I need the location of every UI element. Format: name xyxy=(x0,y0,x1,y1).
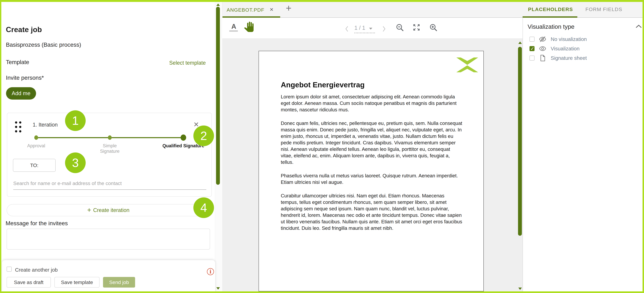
info-icon[interactable]: i xyxy=(207,268,214,275)
visualization-checkbox[interactable] xyxy=(530,46,534,51)
chevron-up-icon[interactable] xyxy=(636,24,642,29)
left-panel-scrollbar-thumb[interactable] xyxy=(216,7,220,185)
option-signature-sheet[interactable]: Signature sheet xyxy=(528,54,636,62)
create-another-job-checkbox[interactable] xyxy=(6,267,12,272)
annotation-badge-4: 4 xyxy=(194,197,214,218)
create-iteration-label: Create iteration xyxy=(93,207,129,213)
to-button[interactable]: TO: xyxy=(13,159,56,172)
send-job-button[interactable]: Send job xyxy=(103,277,135,287)
hand-pan-tool-icon[interactable] xyxy=(244,21,254,33)
process-name: Basisprozess (Basic process) xyxy=(6,42,81,48)
iteration-title: 1. Iteration xyxy=(33,122,58,128)
tab-placeholders[interactable]: PLACEHOLDERS xyxy=(528,7,573,12)
document-title: Angebot Energievertrag xyxy=(281,81,365,89)
pdf-scroll-down-arrow-icon[interactable] xyxy=(518,287,522,290)
option-visualization[interactable]: Visualization xyxy=(528,45,636,53)
save-as-draft-button[interactable]: Save as draft xyxy=(6,277,51,287)
page-indicator[interactable]: 1 / 1 xyxy=(354,25,365,31)
active-tab-underline xyxy=(222,16,280,18)
step-label-simple-signature: Simple Signature xyxy=(94,143,126,154)
option-no-visualization[interactable]: No visualization xyxy=(528,35,636,43)
zoom-in-icon[interactable] xyxy=(429,23,438,32)
document-paragraph: Phasellus viverra nulla ut metus varius … xyxy=(281,172,462,185)
document-paragraph: Curabitur ullamcorper ultricies nisi. Na… xyxy=(281,192,462,231)
no-visualization-checkbox[interactable] xyxy=(530,37,534,42)
active-tab-underline xyxy=(522,16,577,18)
scroll-down-arrow-icon[interactable] xyxy=(216,287,220,289)
page-slider[interactable] xyxy=(354,32,375,33)
page-dropdown-caret-icon[interactable] xyxy=(369,28,372,30)
annotation-badge-1: 1 xyxy=(65,110,86,131)
annotation-badge-2: 2 xyxy=(194,126,214,146)
plus-icon: + xyxy=(87,206,91,213)
eye-icon xyxy=(539,45,546,52)
pdf-scrollbar-thumb[interactable] xyxy=(518,47,522,236)
document-paragraph: Lorem ipsum dolor sit amet, consectetuer… xyxy=(281,94,462,113)
contact-search-input[interactable] xyxy=(13,177,206,190)
fullscreen-expand-icon[interactable] xyxy=(412,23,420,32)
scroll-up-arrow-icon[interactable] xyxy=(216,4,220,6)
create-another-job-label: Create another job xyxy=(15,267,58,273)
step-dot-qualified-signature[interactable] xyxy=(180,135,186,141)
tab-form-fields[interactable]: FORM FIELDS xyxy=(586,7,622,12)
create-iteration-button[interactable]: + Create iteration xyxy=(6,204,210,216)
option-label: Visualization xyxy=(551,46,580,52)
signature-sheet-checkbox[interactable] xyxy=(530,56,534,61)
message-textarea[interactable] xyxy=(6,229,210,249)
text-tool-underline xyxy=(229,30,238,32)
option-label: No visualization xyxy=(551,36,587,42)
document-tabstrip xyxy=(222,2,522,18)
invite-persons-label: Invite persons* xyxy=(6,75,44,81)
eye-off-icon xyxy=(539,36,546,43)
company-logo-icon xyxy=(456,58,478,73)
message-label: Message for the invitees xyxy=(6,220,68,226)
zoom-out-icon[interactable] xyxy=(396,23,404,32)
save-template-button[interactable]: Save template xyxy=(54,277,100,287)
step-dot-approval[interactable] xyxy=(34,135,38,140)
text-tool-icon[interactable]: A xyxy=(231,22,236,30)
template-label: Template xyxy=(6,59,29,65)
document-paragraph: Donec quam felis, ultricies nec, pellent… xyxy=(281,120,462,165)
pdf-page: Angebot Energievertrag Lorem ipsum dolor… xyxy=(258,51,484,291)
add-me-button[interactable]: Add me xyxy=(6,87,36,100)
step-dot-simple-signature[interactable] xyxy=(108,135,112,140)
signature-sheet-icon xyxy=(539,54,546,62)
document-body: Lorem ipsum dolor sit amet, consectetuer… xyxy=(281,94,462,238)
next-page-icon[interactable] xyxy=(382,26,386,33)
select-template-link[interactable]: Select template xyxy=(169,60,206,66)
pdf-toolbar xyxy=(222,18,522,38)
visualization-type-title: Visualization type xyxy=(528,23,574,30)
add-tab-icon[interactable]: + xyxy=(286,3,292,13)
drag-handle-icon[interactable] xyxy=(15,121,22,133)
footer-action-bar xyxy=(2,260,215,293)
pdf-scroll-up-arrow-icon[interactable] xyxy=(518,42,522,44)
annotation-badge-3: 3 xyxy=(65,152,86,173)
tab-angebot-pdf[interactable]: ANGEBOT.PDF xyxy=(227,7,264,13)
page-title: Create job xyxy=(6,25,42,34)
step-label-approval: Approval xyxy=(22,143,51,149)
previous-page-icon[interactable] xyxy=(345,26,348,33)
tab-close-icon[interactable]: ✕ xyxy=(270,7,274,12)
option-label: Signature sheet xyxy=(551,55,587,61)
